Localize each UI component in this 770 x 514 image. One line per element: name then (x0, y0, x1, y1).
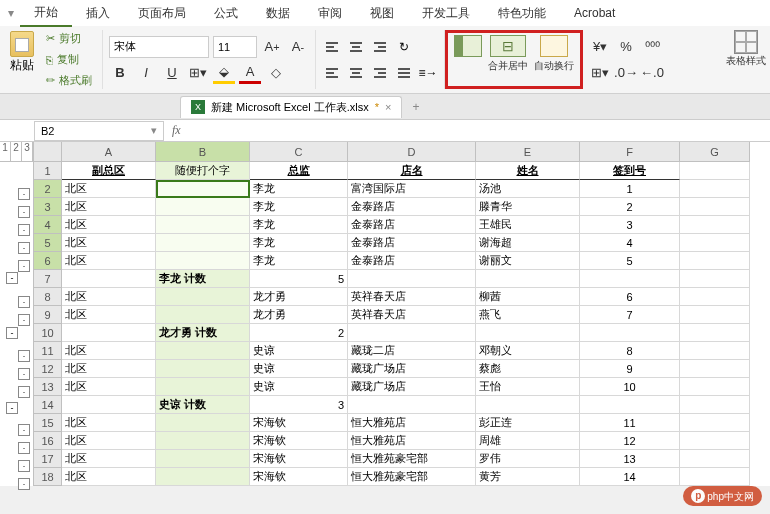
cell[interactable] (62, 270, 156, 288)
row-header[interactable]: 17 (34, 450, 62, 468)
cell[interactable]: 王雄民 (476, 216, 580, 234)
cell[interactable] (580, 324, 680, 342)
outline-level-2[interactable]: 2 (11, 142, 22, 161)
align-left-button[interactable] (322, 63, 342, 83)
comma-button[interactable]: ⁰⁰⁰ (641, 36, 663, 58)
row-header[interactable]: 3 (34, 198, 62, 216)
cell[interactable]: 8 (580, 342, 680, 360)
cell[interactable]: 11 (580, 414, 680, 432)
wrap-text-button[interactable]: 自动换行 (534, 35, 574, 73)
cell[interactable]: 柳茜 (476, 288, 580, 306)
cell[interactable] (680, 252, 750, 270)
outline-toggle[interactable]: - (6, 327, 18, 339)
row-header[interactable]: 9 (34, 306, 62, 324)
cell[interactable]: 汤池 (476, 180, 580, 198)
currency-button[interactable]: ¥▾ (589, 36, 611, 58)
subtotal-label[interactable]: 史谅 计数 (156, 396, 250, 414)
bold-button[interactable]: B (109, 62, 131, 84)
row-header[interactable]: 8 (34, 288, 62, 306)
row-header[interactable]: 6 (34, 252, 62, 270)
cell[interactable]: 北区 (62, 450, 156, 468)
orientation-button[interactable]: ↻ (394, 37, 414, 57)
number-format-button[interactable]: ⊞▾ (589, 62, 611, 84)
cell[interactable]: 彭正连 (476, 414, 580, 432)
format-painter-button[interactable]: ✏ 格式刷 (42, 71, 96, 90)
row-header[interactable]: 1 (34, 162, 62, 180)
cell[interactable] (348, 396, 476, 414)
column-header-B[interactable]: B (156, 142, 250, 162)
cell[interactable]: 龙才勇 (250, 306, 348, 324)
cell[interactable]: 史谅 (250, 360, 348, 378)
merge-center-button[interactable]: 合并居中 (488, 35, 528, 73)
cell[interactable]: 金泰路店 (348, 198, 476, 216)
cell[interactable]: 李龙 (250, 234, 348, 252)
tab-data[interactable]: 数据 (252, 1, 304, 26)
border-button[interactable]: ⊞▾ (187, 62, 209, 84)
percent-button[interactable]: % (615, 36, 637, 58)
file-menu-arrow[interactable]: ▾ (8, 6, 14, 20)
row-header[interactable]: 12 (34, 360, 62, 378)
cell[interactable]: 北区 (62, 234, 156, 252)
cell[interactable] (156, 234, 250, 252)
tab-special[interactable]: 特色功能 (484, 1, 560, 26)
cell[interactable] (156, 306, 250, 324)
cell[interactable] (680, 306, 750, 324)
cell[interactable] (62, 396, 156, 414)
cell[interactable] (680, 324, 750, 342)
underline-button[interactable]: U (161, 62, 183, 84)
cell[interactable] (156, 360, 250, 378)
table-style-button[interactable]: 表格样式 (726, 30, 766, 68)
tab-review[interactable]: 审阅 (304, 1, 356, 26)
tab-formula[interactable]: 公式 (200, 1, 252, 26)
cell[interactable] (680, 270, 750, 288)
subtotal-label[interactable]: 龙才勇 计数 (156, 324, 250, 342)
cell[interactable]: 史谅 (250, 378, 348, 396)
cell[interactable]: 北区 (62, 468, 156, 486)
cell[interactable]: 5 (580, 252, 680, 270)
cell[interactable] (156, 180, 250, 198)
row-header[interactable]: 5 (34, 234, 62, 252)
align-bottom-button[interactable] (370, 37, 390, 57)
cell[interactable] (680, 396, 750, 414)
cell[interactable]: 李龙 (250, 216, 348, 234)
cell[interactable]: 邓朝义 (476, 342, 580, 360)
cell[interactable]: 藏珑广场店 (348, 360, 476, 378)
cell[interactable] (680, 360, 750, 378)
outline-toggle[interactable]: · (18, 478, 30, 490)
row-header[interactable]: 15 (34, 414, 62, 432)
cell[interactable]: 10 (580, 378, 680, 396)
row-header[interactable]: 14 (34, 396, 62, 414)
cell[interactable]: 周雄 (476, 432, 580, 450)
outline-toggle[interactable]: - (6, 402, 18, 414)
cell[interactable]: 3 (580, 216, 680, 234)
row-header[interactable]: 10 (34, 324, 62, 342)
select-all-corner[interactable] (34, 142, 62, 162)
cell[interactable]: 北区 (62, 198, 156, 216)
cell[interactable]: 金泰路店 (348, 216, 476, 234)
cell[interactable]: 富湾国际店 (348, 180, 476, 198)
cell[interactable]: 黄芳 (476, 468, 580, 486)
cell[interactable]: 恒大雅苑豪宅部 (348, 450, 476, 468)
cell[interactable]: 李龙 (250, 198, 348, 216)
cell[interactable]: 谢海超 (476, 234, 580, 252)
cell[interactable]: 藏珑广场店 (348, 378, 476, 396)
cell[interactable]: 谢丽文 (476, 252, 580, 270)
row-header[interactable]: 13 (34, 378, 62, 396)
font-name-combo[interactable] (109, 36, 209, 58)
header-cell[interactable]: 副总区 (62, 162, 156, 180)
cell[interactable]: 7 (580, 306, 680, 324)
header-cell[interactable]: 总监 (250, 162, 348, 180)
close-tab-button[interactable]: × (385, 101, 391, 113)
row-header[interactable]: 4 (34, 216, 62, 234)
cell[interactable]: 恒大雅苑豪宅部 (348, 468, 476, 486)
cell[interactable] (476, 270, 580, 288)
indent-button[interactable]: ≡→ (418, 63, 438, 83)
outline-toggle[interactable]: · (18, 460, 30, 472)
cell[interactable]: 北区 (62, 432, 156, 450)
cell[interactable]: 燕飞 (476, 306, 580, 324)
outline-toggle[interactable]: · (18, 386, 30, 398)
cell[interactable]: 英祥春天店 (348, 306, 476, 324)
new-tab-button[interactable]: + (406, 100, 425, 114)
cell[interactable]: 恒大雅苑店 (348, 414, 476, 432)
cell[interactable]: 北区 (62, 288, 156, 306)
